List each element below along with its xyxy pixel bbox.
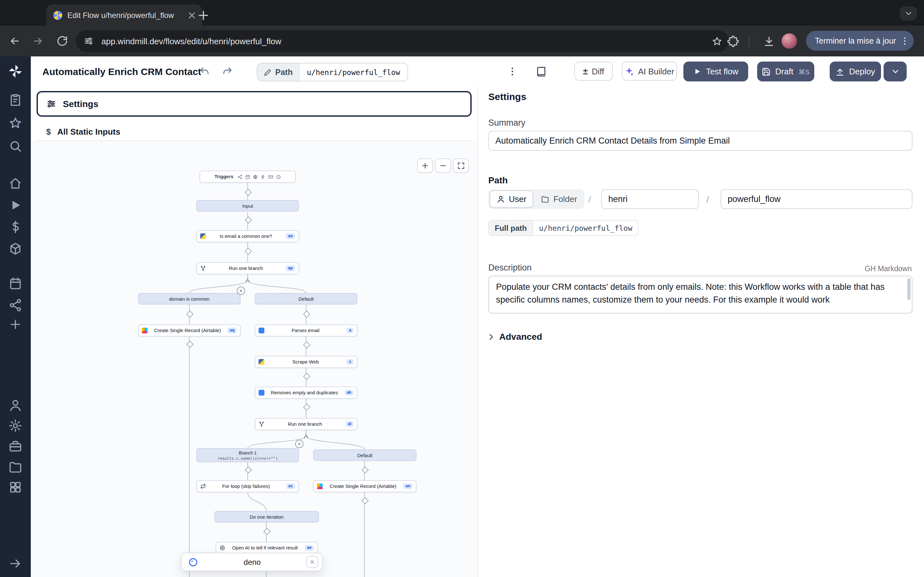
- settings-tab-label: Settings: [63, 99, 98, 109]
- bookmark-star-icon[interactable]: [712, 35, 722, 47]
- draft-button[interactable]: Draft ⌘S: [757, 61, 814, 81]
- rail-favorites-button[interactable]: [8, 116, 23, 130]
- extensions-button[interactable]: [727, 35, 739, 47]
- flow-node-is-email-common[interactable]: Is email a common one? ao: [196, 230, 299, 242]
- path-separator: /: [588, 189, 591, 209]
- docs-button[interactable]: [532, 62, 550, 80]
- redo-button[interactable]: [218, 62, 236, 80]
- textarea-scrollbar[interactable]: [907, 278, 911, 300]
- flow-node-for-loop[interactable]: For loop (skip failures) ac: [196, 480, 299, 492]
- description-textarea[interactable]: Populate your CRM contacts' details from…: [489, 276, 912, 313]
- flow-name-input[interactable]: [720, 189, 913, 209]
- deploy-button[interactable]: Deploy: [830, 61, 881, 81]
- connector-diamond[interactable]: [186, 311, 194, 318]
- flow-node-create-single-record-right[interactable]: Create Single Record (Airtable) an: [313, 480, 417, 492]
- downloads-button[interactable]: [763, 35, 775, 47]
- static-inputs-row[interactable]: $ All Static Inputs: [37, 122, 472, 141]
- reload-button[interactable]: [54, 33, 71, 49]
- browser-tab[interactable]: Edit Flow u/henri/powerful_flow: [46, 5, 202, 26]
- connector-diamond[interactable]: [245, 189, 252, 196]
- fit-view-button[interactable]: [453, 158, 469, 173]
- connector-diamond[interactable]: [303, 404, 310, 411]
- browser-menu-icon[interactable]: [900, 35, 910, 46]
- user-toggle[interactable]: User: [489, 190, 533, 208]
- rail-add-button[interactable]: [8, 318, 23, 332]
- flow-path-pill[interactable]: Path u/henri/powerful_flow: [257, 63, 408, 81]
- connector-diamond[interactable]: [303, 373, 310, 380]
- pencil-icon: [264, 68, 271, 76]
- rail-search-button[interactable]: [8, 139, 23, 153]
- summary-input[interactable]: [488, 131, 913, 151]
- folder-toggle[interactable]: Folder: [535, 190, 583, 208]
- loop-header-do-one-iteration[interactable]: Do one iteration: [214, 511, 319, 522]
- back-button[interactable]: [6, 33, 23, 49]
- owner-input[interactable]: [601, 189, 699, 209]
- connector-diamond[interactable]: [362, 497, 369, 504]
- ai-builder-button[interactable]: AI Builder: [622, 61, 677, 81]
- connector-diamond[interactable]: [303, 342, 310, 349]
- rail-users-button[interactable]: [8, 398, 23, 412]
- tab-search-button[interactable]: [900, 6, 917, 21]
- deploy-dropdown-button[interactable]: [884, 61, 907, 81]
- popup-close-button[interactable]: [306, 556, 318, 568]
- new-tab-button[interactable]: [196, 8, 210, 23]
- page-title[interactable]: Automatically Enrich CRM Contact: [42, 56, 201, 86]
- address-bar[interactable]: [76, 30, 729, 52]
- rail-folders-button[interactable]: [8, 460, 23, 474]
- close-icon: [239, 288, 243, 293]
- connector-diamond[interactable]: [245, 216, 252, 224]
- remove-branch-button[interactable]: [237, 287, 245, 295]
- rail-schedules-button[interactable]: [8, 276, 23, 290]
- rail-expand-button[interactable]: [8, 556, 23, 571]
- tab-close-icon[interactable]: [187, 10, 197, 20]
- triggers-node[interactable]: Triggers: [200, 171, 296, 183]
- advanced-toggle[interactable]: Advanced: [486, 332, 542, 342]
- windmill-logo[interactable]: [8, 63, 23, 79]
- flow-node-run-one-branch-1[interactable]: Run one branch ap: [196, 262, 299, 274]
- rail-clipboard-button[interactable]: [8, 93, 23, 107]
- undo-button[interactable]: [195, 62, 213, 80]
- zoom-out-button[interactable]: [435, 158, 451, 173]
- test-flow-button[interactable]: Test flow: [683, 61, 748, 81]
- forward-button[interactable]: [29, 33, 46, 49]
- connector-diamond[interactable]: [186, 341, 194, 348]
- more-options-button[interactable]: [503, 62, 521, 80]
- flow-node-input[interactable]: Input: [196, 200, 299, 211]
- flow-node-parses-email[interactable]: Parses email a: [255, 324, 357, 337]
- flow-node-scrape-web[interactable]: Scrape Web c: [255, 356, 357, 368]
- node-label: Default: [298, 296, 314, 301]
- branch-header-default-1[interactable]: Default: [255, 293, 357, 305]
- chevron-right-icon: [486, 332, 496, 342]
- connector-diamond[interactable]: [362, 466, 369, 474]
- branch-header-domain-is-common[interactable]: domain is common: [138, 293, 241, 305]
- rail-settings-button[interactable]: [8, 419, 23, 433]
- path-pill-label: Path: [275, 68, 292, 77]
- branch-header-default-2[interactable]: Default: [313, 450, 417, 461]
- flow-node-run-one-branch-2[interactable]: Run one branch al: [255, 418, 357, 430]
- connector-diamond[interactable]: [245, 248, 252, 255]
- profile-avatar[interactable]: [782, 33, 797, 49]
- url-input[interactable]: [100, 35, 705, 47]
- diff-button[interactable]: ± Diff: [574, 61, 613, 81]
- flow-node-removes-empty[interactable]: Removes empty and duplicates ak: [255, 387, 357, 399]
- rail-resources-button[interactable]: [8, 242, 23, 256]
- rail-apps-button[interactable]: [8, 480, 23, 494]
- flow-node-create-single-record-left[interactable]: Create Single Record (Airtable) aq: [138, 324, 241, 337]
- python-icon: [200, 234, 206, 239]
- browser-update-button[interactable]: Terminer la mise à jour: [806, 31, 914, 51]
- settings-tab[interactable]: Settings: [37, 91, 472, 117]
- zoom-in-button[interactable]: [417, 158, 433, 173]
- rail-workspace-button[interactable]: [8, 439, 23, 453]
- branch-header-branch-1[interactable]: Branch 1 results.c.some((x)=>x!=""): [196, 448, 299, 462]
- connector-diamond[interactable]: [303, 311, 310, 318]
- rail-workers-button[interactable]: [8, 298, 23, 312]
- connector-diamond[interactable]: [263, 528, 271, 535]
- connector-diamond[interactable]: [245, 466, 252, 474]
- rail-home-button[interactable]: [8, 176, 23, 190]
- app-sidebar: [0, 56, 31, 577]
- remove-branch-button[interactable]: [295, 440, 304, 448]
- rail-variables-button[interactable]: [8, 220, 23, 234]
- rail-runs-button[interactable]: [8, 198, 23, 212]
- flow-node-openai-relevance[interactable]: Open AI to tell if relevant result ae: [216, 542, 318, 554]
- site-settings-icon[interactable]: [83, 36, 94, 46]
